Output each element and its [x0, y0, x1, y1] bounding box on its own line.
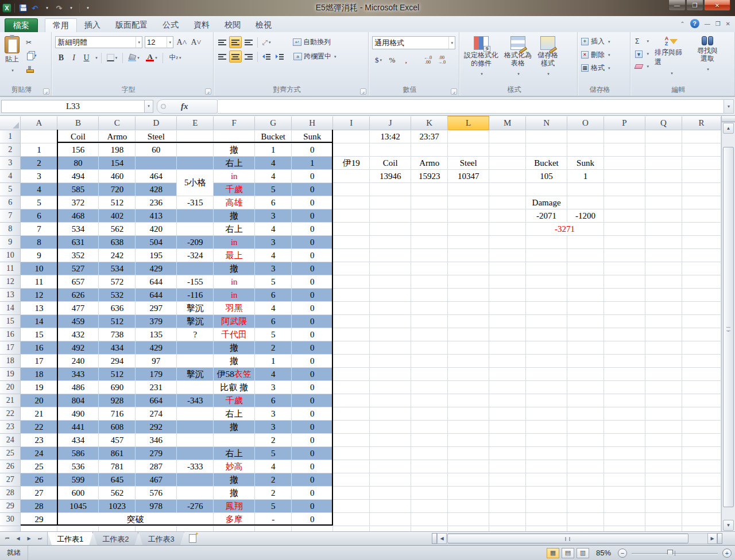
cell-M22[interactable] [489, 407, 526, 421]
cell-G6[interactable]: 6 [255, 196, 292, 209]
cell-D29[interactable]: 978 [136, 500, 177, 513]
cell-C16[interactable]: 738 [99, 328, 136, 341]
column-header-E[interactable]: E [177, 116, 214, 130]
cell-E19[interactable]: 擊沉 [177, 368, 214, 381]
cell-G25[interactable]: 5 [255, 447, 292, 460]
row-header-29[interactable]: 29 [0, 500, 21, 513]
help-icon[interactable]: ? [690, 19, 699, 28]
cell-A8[interactable]: 7 [21, 223, 57, 236]
cell-B14[interactable]: 477 [57, 302, 99, 315]
cell-P10[interactable] [604, 249, 645, 262]
cell-M17[interactable] [489, 341, 526, 355]
cell-C12[interactable]: 572 [99, 275, 136, 289]
cell-L3[interactable]: Steel [448, 157, 489, 170]
cell-N31[interactable] [526, 526, 567, 532]
doc-close-icon[interactable]: ✕ [726, 21, 730, 27]
accounting-format-button[interactable]: $ [372, 54, 385, 66]
cell-O11[interactable] [567, 262, 604, 275]
cell-Q7[interactable] [645, 209, 682, 223]
cell-C17[interactable]: 434 [99, 341, 136, 355]
cell-I19[interactable] [333, 368, 370, 381]
cell-C8[interactable]: 562 [99, 223, 136, 236]
row-header-2[interactable]: 2 [0, 143, 21, 157]
cell-A19[interactable]: 18 [21, 368, 57, 381]
cell-P19[interactable] [604, 368, 645, 381]
cell-A26[interactable]: 25 [21, 460, 57, 473]
cell-Q20[interactable] [645, 381, 682, 394]
cell-N25[interactable] [526, 447, 567, 460]
cell-Q17[interactable] [645, 341, 682, 355]
cell-I23[interactable] [333, 421, 370, 434]
cell-I11[interactable] [333, 262, 370, 275]
cell-K15[interactable] [411, 315, 448, 328]
cell-P11[interactable] [604, 262, 645, 275]
name-box-dropdown[interactable]: ▾ [145, 100, 153, 113]
cell-J1[interactable]: 13:42 [370, 130, 411, 143]
cell-E7[interactable] [177, 209, 214, 223]
tab-view[interactable]: 檢視 [248, 18, 279, 32]
tab-home[interactable]: 常用 [45, 18, 77, 32]
column-header-N[interactable]: N [526, 116, 567, 130]
cell-B18[interactable]: 240 [57, 355, 99, 368]
wrap-text-button[interactable]: ↩ 自動換列 [293, 37, 331, 47]
underline-dropdown[interactable] [93, 55, 99, 61]
cell-M3[interactable] [489, 157, 526, 170]
prev-sheet-button[interactable]: ◀ [13, 534, 23, 543]
cell-M21[interactable] [489, 394, 526, 407]
cell-R1[interactable] [682, 130, 721, 143]
cell-R7[interactable] [682, 209, 721, 223]
cell-B3[interactable]: 80 [57, 157, 99, 170]
cell-K11[interactable] [411, 262, 448, 275]
cell-J2[interactable] [370, 143, 411, 157]
cell-F7[interactable]: 撤 [214, 209, 255, 223]
row-header-7[interactable]: 7 [0, 209, 21, 223]
cell-Q14[interactable] [645, 302, 682, 315]
cell-I28[interactable] [333, 487, 370, 500]
cell-N1[interactable] [526, 130, 567, 143]
cell-K2[interactable] [411, 143, 448, 157]
cell-C6[interactable]: 512 [99, 196, 136, 209]
cell-A21[interactable]: 20 [21, 394, 57, 407]
cell-Q25[interactable] [645, 447, 682, 460]
cell-K5[interactable] [411, 183, 448, 196]
cell-I25[interactable] [333, 447, 370, 460]
cell-J4[interactable]: 13946 [370, 170, 411, 183]
cell-R10[interactable] [682, 249, 721, 262]
cell-J13[interactable] [370, 289, 411, 302]
cell-A16[interactable]: 15 [21, 328, 57, 341]
cell-M2[interactable] [489, 143, 526, 157]
cell-N17[interactable] [526, 341, 567, 355]
vertical-scroll-thumb[interactable] [723, 147, 734, 507]
cell-I10[interactable] [333, 249, 370, 262]
cell-R20[interactable] [682, 381, 721, 394]
column-header-H[interactable]: H [292, 116, 333, 130]
cell-C26[interactable]: 781 [99, 460, 136, 473]
cell-R14[interactable] [682, 302, 721, 315]
column-header-D[interactable]: D [136, 116, 177, 130]
cell-B25[interactable]: 586 [57, 447, 99, 460]
horizontal-scroll-track[interactable] [447, 533, 707, 544]
cell-O22[interactable] [567, 407, 604, 421]
cell-D13[interactable]: 644 [136, 289, 177, 302]
cell-C15[interactable]: 512 [99, 315, 136, 328]
row-header-8[interactable]: 8 [0, 223, 21, 236]
cell-I5[interactable] [333, 183, 370, 196]
cell-I14[interactable] [333, 302, 370, 315]
cell-R29[interactable] [682, 500, 721, 513]
cell-M28[interactable] [489, 487, 526, 500]
cell-I12[interactable] [333, 275, 370, 289]
sort-filter-button[interactable]: AZ 排序與篩選 [652, 34, 690, 78]
cell-N9[interactable] [526, 236, 567, 249]
cell-E18[interactable] [177, 355, 214, 368]
cell-J7[interactable] [370, 209, 411, 223]
row-header-27[interactable]: 27 [0, 473, 21, 487]
cell-R22[interactable] [682, 407, 721, 421]
cell-E16[interactable]: ? [177, 328, 214, 341]
cell-L20[interactable] [448, 381, 489, 394]
cell-L18[interactable] [448, 355, 489, 368]
cell-E6[interactable]: -315 [177, 196, 214, 209]
cell-P23[interactable] [604, 421, 645, 434]
excel-logo-icon[interactable]: X [2, 3, 11, 13]
cell-H10[interactable]: 0 [292, 249, 333, 262]
cell-I20[interactable] [333, 381, 370, 394]
